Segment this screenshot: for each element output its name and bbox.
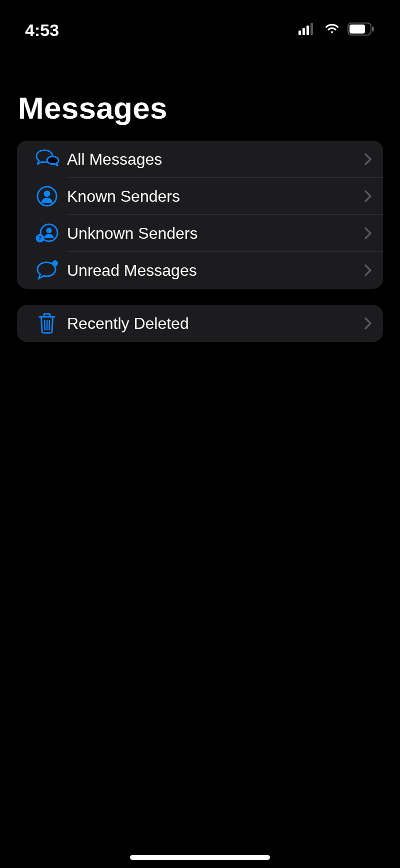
row-unknown-senders[interactable]: ? Unknown Senders xyxy=(17,215,383,252)
status-bar: 4:53 xyxy=(0,0,400,45)
svg-rect-1 xyxy=(302,28,305,35)
svg-text:?: ? xyxy=(38,235,42,242)
home-indicator[interactable] xyxy=(130,855,270,860)
row-label: Unread Messages xyxy=(67,261,363,280)
svg-point-13 xyxy=(52,260,58,266)
chevron-right-icon xyxy=(363,263,373,277)
svg-rect-0 xyxy=(298,31,301,35)
status-indicators xyxy=(298,23,375,38)
person-circle-icon xyxy=(27,186,67,207)
row-label: All Messages xyxy=(67,150,363,169)
cellular-icon xyxy=(298,23,316,37)
row-recently-deleted[interactable]: Recently Deleted xyxy=(17,305,383,342)
trash-icon xyxy=(27,312,67,334)
page-title: Messages xyxy=(0,45,400,141)
svg-point-8 xyxy=(44,191,50,197)
chat-bubble-dot-icon xyxy=(27,260,67,281)
row-label: Recently Deleted xyxy=(67,314,363,333)
chevron-right-icon xyxy=(363,152,373,166)
row-label: Known Senders xyxy=(67,187,363,206)
chevron-right-icon xyxy=(363,189,373,203)
row-label: Unknown Senders xyxy=(67,224,363,243)
row-known-senders[interactable]: Known Senders xyxy=(17,178,383,215)
status-time: 4:53 xyxy=(25,21,59,40)
deleted-group: Recently Deleted xyxy=(17,305,383,342)
svg-line-14 xyxy=(44,320,45,330)
battery-icon xyxy=(348,23,375,38)
chat-bubbles-icon xyxy=(27,149,67,170)
svg-rect-6 xyxy=(372,27,374,32)
person-question-icon: ? xyxy=(27,223,67,244)
svg-rect-3 xyxy=(310,23,313,35)
wifi-icon xyxy=(324,23,340,37)
chevron-right-icon xyxy=(363,226,373,240)
row-unread-messages[interactable]: Unread Messages xyxy=(17,252,383,289)
svg-point-10 xyxy=(46,228,52,233)
chevron-right-icon xyxy=(363,316,373,330)
filters-group: All Messages Known Senders ? xyxy=(17,141,383,289)
row-all-messages[interactable]: All Messages xyxy=(17,141,383,178)
svg-line-16 xyxy=(49,320,50,330)
svg-rect-5 xyxy=(350,25,365,34)
svg-rect-2 xyxy=(306,26,309,35)
